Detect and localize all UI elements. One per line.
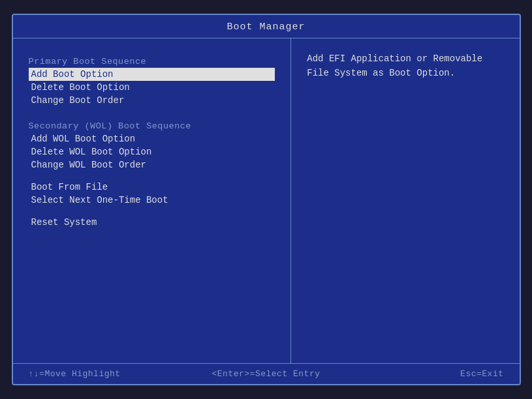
gap-1 <box>29 107 275 116</box>
footer-bar: ↑↓=Move Highlight <Enter>=Select Entry E… <box>13 363 520 384</box>
gap-2 <box>29 171 275 181</box>
window-title: Boot Manager <box>227 22 305 33</box>
menu-item-delete-boot-option[interactable]: Delete Boot Option <box>29 81 275 94</box>
bios-window: Boot Manager Primary Boot Sequence Add B… <box>12 14 521 385</box>
menu-item-delete-wol-boot-option[interactable]: Delete WOL Boot Option <box>29 145 275 158</box>
menu-item-boot-from-file[interactable]: Boot From File <box>29 181 275 194</box>
primary-section-label: Primary Boot Sequence <box>29 57 275 66</box>
menu-item-add-boot-option[interactable]: Add Boot Option <box>29 68 275 81</box>
menu-item-change-wol-boot-order[interactable]: Change WOL Boot Order <box>29 158 275 171</box>
help-description: Add EFI Application or Removable File Sy… <box>307 53 482 78</box>
gap-3 <box>29 207 275 216</box>
menu-item-add-wol-boot-option[interactable]: Add WOL Boot Option <box>29 132 275 145</box>
footer-exit: Esc=Exit <box>345 369 504 379</box>
main-content: Primary Boot Sequence Add Boot Option De… <box>13 38 520 363</box>
menu-item-reset-system[interactable]: Reset System <box>29 216 275 229</box>
footer-select: <Enter>=Select Entry <box>187 369 345 379</box>
right-panel: Add EFI Application or Removable File Sy… <box>291 38 519 363</box>
menu-item-select-next-one-time-boot[interactable]: Select Next One-Time Boot <box>29 194 275 207</box>
menu-item-change-boot-order[interactable]: Change Boot Order <box>29 94 275 107</box>
left-panel: Primary Boot Sequence Add Boot Option De… <box>13 38 292 363</box>
secondary-section-label: Secondary (WOL) Boot Sequence <box>29 121 275 131</box>
title-bar: Boot Manager <box>13 15 520 38</box>
footer-navigate: ↑↓=Move Highlight <box>29 369 187 379</box>
